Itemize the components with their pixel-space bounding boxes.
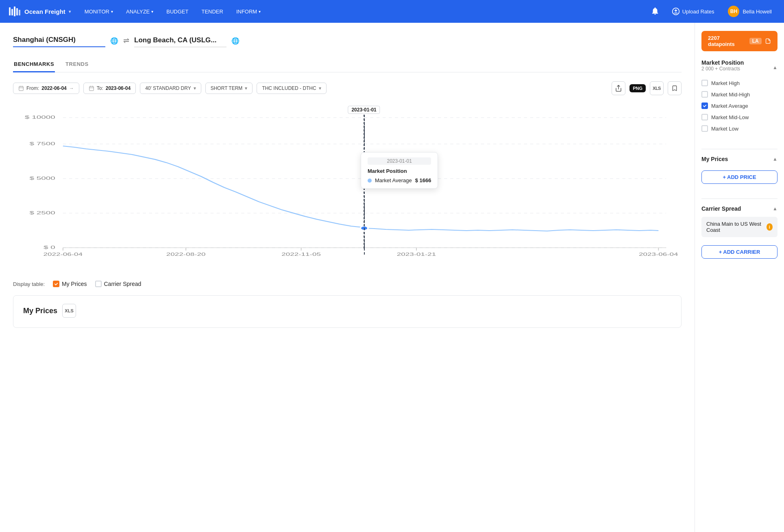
market-low-checkbox [701,125,708,132]
to-label: To: [97,85,103,91]
market-position-chevron: ▲ [773,65,777,70]
filter-row: From: 2022-06-04 → To: 2023-06-04 40' ST… [13,81,682,95]
datapoints-count: 2207 datapoints [708,35,746,47]
user-avatar: BH [728,6,739,17]
carrier-spread-item[interactable]: China Main to US West Coast i [701,217,777,237]
svg-rect-4 [19,10,20,15]
sidebar-divider-1 [701,149,777,149]
nav-logo[interactable]: Ocean Freight ▾ [8,5,71,18]
my-prices-header: My Prices XLS [23,304,671,318]
main-tabs: BENCHMARKS TRENDS [13,57,682,72]
my-prices-sidebar-title: My Prices [701,156,728,162]
market-low-label: Market Low [711,126,738,132]
bookmark-button[interactable] [668,81,682,95]
share-button[interactable] [612,81,625,95]
chart-svg: $ 10000 $ 7500 $ 5000 $ 2500 $ 0 2022-06… [13,103,682,274]
svg-text:2022-06-04: 2022-06-04 [44,252,83,257]
user-name: Bella Howell [743,9,772,15]
cb-market-mid-high[interactable]: Market Mid-High [701,89,777,100]
notification-bell[interactable] [648,4,662,19]
my-prices-xls-button[interactable]: XLS [62,304,76,318]
datapoints-badge[interactable]: 2207 datapoints LA [701,31,777,51]
sidebar-divider-2 [701,198,777,199]
svg-text:2023-06-04: 2023-06-04 [639,252,678,257]
svg-text:2023-01-21: 2023-01-21 [397,252,436,257]
cb-market-average[interactable]: Market Average [701,100,777,111]
nav-logo-chevron: ▾ [69,9,71,14]
my-prices-section: My Prices XLS [13,295,682,328]
nav-item-budget[interactable]: BUDGET [161,5,194,18]
container-chevron: ▾ [194,85,196,91]
main-layout: 🌐 ⇌ 🌐 BENCHMARKS TRENDS From: 2022-06-04… [0,23,784,532]
carrier-spread-checkbox[interactable]: Carrier Spread [95,281,142,287]
destination-input[interactable] [134,35,226,47]
user-menu[interactable]: BH Bella Howell [724,4,776,19]
nav-right: Upload Rates BH Bella Howell [648,4,776,19]
nav-inform-label: INFORM [236,9,257,15]
term-chevron: ▾ [245,85,247,91]
cb-market-low[interactable]: Market Low [701,123,777,134]
term-filter[interactable]: SHORT TERM ▾ [205,83,253,94]
market-mid-low-label: Market Mid-Low [711,114,749,120]
origin-globe-icon[interactable]: 🌐 [110,37,118,45]
to-date-filter[interactable]: To: 2023-06-04 [83,83,136,94]
thc-filter[interactable]: THC INCLUDED - DTHC ▾ [257,83,326,94]
from-arrow: → [69,85,74,91]
tab-benchmarks[interactable]: BENCHMARKS [13,57,55,72]
market-average-checkbox [701,102,708,109]
svg-text:$ 2500: $ 2500 [29,210,55,216]
my-prices-cb [53,281,59,287]
nav-analyze-label: ANALYZE [126,9,150,15]
carrier-spread-header[interactable]: Carrier Spread ▲ [701,205,777,212]
nav-inform-chevron: ▾ [259,9,261,14]
to-date-value: 2023-06-04 [106,85,131,91]
nav-item-inform[interactable]: INFORM ▾ [231,5,266,18]
market-mid-high-checkbox [701,91,708,98]
carrier-spread-cb [95,281,102,287]
svg-point-30 [360,226,368,230]
tab-benchmarks-label: BENCHMARKS [14,61,54,67]
cb-market-high[interactable]: Market High [701,77,777,89]
route-swap-icon[interactable]: ⇌ [123,36,129,45]
add-price-button[interactable]: + ADD PRICE [701,170,777,184]
market-position-header[interactable]: Market Position 2 000 + Contracts ▲ [701,59,777,76]
png-export-button[interactable]: PNG [629,84,646,92]
main-content: 🌐 ⇌ 🌐 BENCHMARKS TRENDS From: 2022-06-04… [0,23,695,532]
my-prices-title: My Prices [23,307,57,315]
tab-trends[interactable]: TRENDS [65,57,89,72]
xls-export-button[interactable]: XLS [650,81,664,95]
display-table-controls: Display table: My Prices Carrier Spread [13,281,682,287]
upload-rates-label: Upload Rates [682,9,714,15]
nav-tender-label: TENDER [201,9,223,15]
svg-text:2022-11-05: 2022-11-05 [281,252,321,257]
nav-analyze-chevron: ▾ [151,9,153,14]
market-position-title: Market Position [701,59,744,66]
market-average-label: Market Average [711,103,748,109]
origin-input[interactable] [13,34,105,47]
add-carrier-button[interactable]: + ADD CARRIER [701,245,777,259]
from-date-value: 2022-06-04 [41,85,66,91]
svg-rect-1 [11,9,13,15]
svg-rect-7 [89,86,94,91]
cb-market-mid-low[interactable]: Market Mid-Low [701,111,777,123]
market-mid-high-label: Market Mid-High [711,92,750,98]
nav-item-monitor[interactable]: MONITOR ▾ [79,5,119,18]
nav-item-tender[interactable]: TENDER [196,5,229,18]
carrier-spread-section: Carrier Spread ▲ China Main to US West C… [701,205,777,259]
svg-text:$ 10000: $ 10000 [25,115,55,120]
upload-rates-button[interactable]: Upload Rates [667,5,719,18]
nav-item-analyze[interactable]: ANALYZE ▾ [120,5,159,18]
chart-area: 2023-01-01 2023-01-01 Market Position Ma… [13,103,682,274]
destination-globe-icon[interactable]: 🌐 [231,37,240,45]
add-carrier-label: + ADD CARRIER [719,249,760,255]
from-date-filter[interactable]: From: 2022-06-04 → [13,83,79,94]
container-filter[interactable]: 40' STANDARD DRY ▾ [140,83,201,94]
my-prices-cb-label: My Prices [62,281,87,287]
chart-vline-label: 2023-01-01 [348,106,380,114]
svg-text:$ 5000: $ 5000 [29,176,55,181]
my-prices-checkbox[interactable]: My Prices [53,281,87,287]
nav-monitor-label: MONITOR [85,9,109,15]
datapoints-tag: LA [749,38,762,44]
my-prices-sidebar-header[interactable]: My Prices ▲ [701,156,777,162]
from-label: From: [26,85,39,91]
